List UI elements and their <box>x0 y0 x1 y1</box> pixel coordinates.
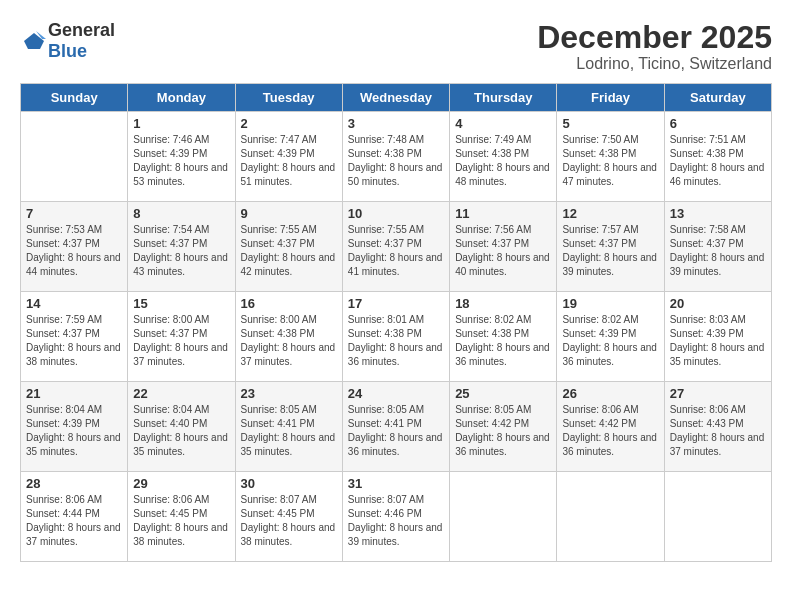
day-info: Sunrise: 8:05 AMSunset: 4:41 PMDaylight:… <box>241 403 337 459</box>
day-number: 7 <box>26 206 122 221</box>
day-number: 24 <box>348 386 444 401</box>
calendar-cell: 21Sunrise: 8:04 AMSunset: 4:39 PMDayligh… <box>21 382 128 472</box>
day-number: 2 <box>241 116 337 131</box>
logo-general: General <box>48 20 115 40</box>
calendar-cell: 15Sunrise: 8:00 AMSunset: 4:37 PMDayligh… <box>128 292 235 382</box>
calendar-week-row: 14Sunrise: 7:59 AMSunset: 4:37 PMDayligh… <box>21 292 772 382</box>
calendar-header: SundayMondayTuesdayWednesdayThursdayFrid… <box>21 84 772 112</box>
logo: General Blue <box>20 20 115 62</box>
calendar-cell: 5Sunrise: 7:50 AMSunset: 4:38 PMDaylight… <box>557 112 664 202</box>
day-info: Sunrise: 7:53 AMSunset: 4:37 PMDaylight:… <box>26 223 122 279</box>
day-number: 17 <box>348 296 444 311</box>
calendar-cell: 25Sunrise: 8:05 AMSunset: 4:42 PMDayligh… <box>450 382 557 472</box>
day-info: Sunrise: 8:00 AMSunset: 4:38 PMDaylight:… <box>241 313 337 369</box>
day-number: 6 <box>670 116 766 131</box>
day-info: Sunrise: 7:47 AMSunset: 4:39 PMDaylight:… <box>241 133 337 189</box>
calendar-table: SundayMondayTuesdayWednesdayThursdayFrid… <box>20 83 772 562</box>
day-number: 20 <box>670 296 766 311</box>
logo-blue: Blue <box>48 41 87 61</box>
calendar-cell: 27Sunrise: 8:06 AMSunset: 4:43 PMDayligh… <box>664 382 771 472</box>
day-info: Sunrise: 7:57 AMSunset: 4:37 PMDaylight:… <box>562 223 658 279</box>
calendar-cell: 18Sunrise: 8:02 AMSunset: 4:38 PMDayligh… <box>450 292 557 382</box>
calendar-cell: 28Sunrise: 8:06 AMSunset: 4:44 PMDayligh… <box>21 472 128 562</box>
calendar-cell: 11Sunrise: 7:56 AMSunset: 4:37 PMDayligh… <box>450 202 557 292</box>
weekday-row: SundayMondayTuesdayWednesdayThursdayFrid… <box>21 84 772 112</box>
weekday-header: Sunday <box>21 84 128 112</box>
calendar-cell: 22Sunrise: 8:04 AMSunset: 4:40 PMDayligh… <box>128 382 235 472</box>
calendar-cell: 23Sunrise: 8:05 AMSunset: 4:41 PMDayligh… <box>235 382 342 472</box>
calendar-cell: 6Sunrise: 7:51 AMSunset: 4:38 PMDaylight… <box>664 112 771 202</box>
calendar-cell: 1Sunrise: 7:46 AMSunset: 4:39 PMDaylight… <box>128 112 235 202</box>
page-subtitle: Lodrino, Ticino, Switzerland <box>537 55 772 73</box>
day-number: 19 <box>562 296 658 311</box>
calendar-cell: 13Sunrise: 7:58 AMSunset: 4:37 PMDayligh… <box>664 202 771 292</box>
day-info: Sunrise: 7:55 AMSunset: 4:37 PMDaylight:… <box>241 223 337 279</box>
calendar-cell <box>557 472 664 562</box>
day-info: Sunrise: 7:58 AMSunset: 4:37 PMDaylight:… <box>670 223 766 279</box>
weekday-header: Thursday <box>450 84 557 112</box>
calendar-cell: 3Sunrise: 7:48 AMSunset: 4:38 PMDaylight… <box>342 112 449 202</box>
day-info: Sunrise: 7:59 AMSunset: 4:37 PMDaylight:… <box>26 313 122 369</box>
calendar-cell <box>21 112 128 202</box>
day-number: 8 <box>133 206 229 221</box>
page-header: General Blue December 2025 Lodrino, Tici… <box>20 20 772 73</box>
day-number: 30 <box>241 476 337 491</box>
day-number: 16 <box>241 296 337 311</box>
day-number: 15 <box>133 296 229 311</box>
day-info: Sunrise: 8:05 AMSunset: 4:41 PMDaylight:… <box>348 403 444 459</box>
day-number: 25 <box>455 386 551 401</box>
day-number: 14 <box>26 296 122 311</box>
calendar-week-row: 28Sunrise: 8:06 AMSunset: 4:44 PMDayligh… <box>21 472 772 562</box>
calendar-cell: 29Sunrise: 8:06 AMSunset: 4:45 PMDayligh… <box>128 472 235 562</box>
calendar-cell: 10Sunrise: 7:55 AMSunset: 4:37 PMDayligh… <box>342 202 449 292</box>
day-info: Sunrise: 8:06 AMSunset: 4:43 PMDaylight:… <box>670 403 766 459</box>
calendar-cell: 7Sunrise: 7:53 AMSunset: 4:37 PMDaylight… <box>21 202 128 292</box>
calendar-cell: 2Sunrise: 7:47 AMSunset: 4:39 PMDaylight… <box>235 112 342 202</box>
day-number: 1 <box>133 116 229 131</box>
day-info: Sunrise: 8:02 AMSunset: 4:39 PMDaylight:… <box>562 313 658 369</box>
calendar-cell: 24Sunrise: 8:05 AMSunset: 4:41 PMDayligh… <box>342 382 449 472</box>
day-number: 31 <box>348 476 444 491</box>
day-info: Sunrise: 7:49 AMSunset: 4:38 PMDaylight:… <box>455 133 551 189</box>
day-number: 10 <box>348 206 444 221</box>
day-number: 5 <box>562 116 658 131</box>
day-number: 13 <box>670 206 766 221</box>
day-number: 3 <box>348 116 444 131</box>
day-info: Sunrise: 8:04 AMSunset: 4:39 PMDaylight:… <box>26 403 122 459</box>
day-number: 26 <box>562 386 658 401</box>
calendar-week-row: 1Sunrise: 7:46 AMSunset: 4:39 PMDaylight… <box>21 112 772 202</box>
calendar-week-row: 21Sunrise: 8:04 AMSunset: 4:39 PMDayligh… <box>21 382 772 472</box>
day-info: Sunrise: 7:48 AMSunset: 4:38 PMDaylight:… <box>348 133 444 189</box>
day-number: 22 <box>133 386 229 401</box>
calendar-cell: 30Sunrise: 8:07 AMSunset: 4:45 PMDayligh… <box>235 472 342 562</box>
day-number: 11 <box>455 206 551 221</box>
calendar-cell: 4Sunrise: 7:49 AMSunset: 4:38 PMDaylight… <box>450 112 557 202</box>
day-number: 28 <box>26 476 122 491</box>
calendar-cell: 12Sunrise: 7:57 AMSunset: 4:37 PMDayligh… <box>557 202 664 292</box>
calendar-cell <box>450 472 557 562</box>
day-info: Sunrise: 8:01 AMSunset: 4:38 PMDaylight:… <box>348 313 444 369</box>
day-info: Sunrise: 8:00 AMSunset: 4:37 PMDaylight:… <box>133 313 229 369</box>
calendar-cell: 17Sunrise: 8:01 AMSunset: 4:38 PMDayligh… <box>342 292 449 382</box>
day-info: Sunrise: 8:05 AMSunset: 4:42 PMDaylight:… <box>455 403 551 459</box>
day-info: Sunrise: 8:04 AMSunset: 4:40 PMDaylight:… <box>133 403 229 459</box>
day-number: 12 <box>562 206 658 221</box>
day-number: 9 <box>241 206 337 221</box>
weekday-header: Monday <box>128 84 235 112</box>
day-number: 27 <box>670 386 766 401</box>
calendar-cell: 19Sunrise: 8:02 AMSunset: 4:39 PMDayligh… <box>557 292 664 382</box>
day-info: Sunrise: 8:02 AMSunset: 4:38 PMDaylight:… <box>455 313 551 369</box>
calendar-cell: 20Sunrise: 8:03 AMSunset: 4:39 PMDayligh… <box>664 292 771 382</box>
day-info: Sunrise: 7:46 AMSunset: 4:39 PMDaylight:… <box>133 133 229 189</box>
day-info: Sunrise: 8:06 AMSunset: 4:42 PMDaylight:… <box>562 403 658 459</box>
day-number: 18 <box>455 296 551 311</box>
day-info: Sunrise: 8:06 AMSunset: 4:45 PMDaylight:… <box>133 493 229 549</box>
calendar-cell: 31Sunrise: 8:07 AMSunset: 4:46 PMDayligh… <box>342 472 449 562</box>
calendar-cell: 9Sunrise: 7:55 AMSunset: 4:37 PMDaylight… <box>235 202 342 292</box>
day-info: Sunrise: 8:07 AMSunset: 4:45 PMDaylight:… <box>241 493 337 549</box>
calendar-week-row: 7Sunrise: 7:53 AMSunset: 4:37 PMDaylight… <box>21 202 772 292</box>
calendar-body: 1Sunrise: 7:46 AMSunset: 4:39 PMDaylight… <box>21 112 772 562</box>
weekday-header: Wednesday <box>342 84 449 112</box>
title-block: December 2025 Lodrino, Ticino, Switzerla… <box>537 20 772 73</box>
day-number: 23 <box>241 386 337 401</box>
